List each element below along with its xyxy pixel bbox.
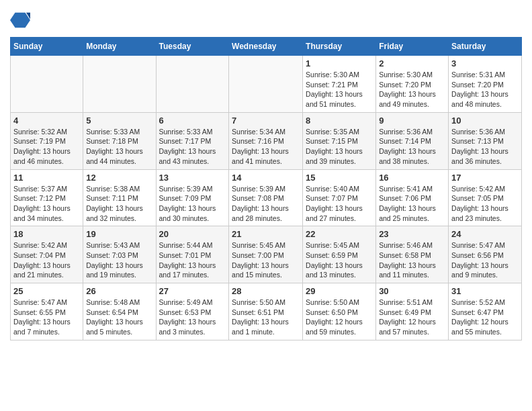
calendar-cell: 15Sunrise: 5:40 AM Sunset: 7:07 PM Dayli…: [303, 169, 376, 226]
day-number: 23: [379, 229, 445, 239]
calendar-cell: 29Sunrise: 5:50 AM Sunset: 6:50 PM Dayli…: [303, 283, 376, 340]
calendar-cell: 13Sunrise: 5:39 AM Sunset: 7:09 PM Dayli…: [156, 169, 229, 226]
calendar-cell: 25Sunrise: 5:47 AM Sunset: 6:55 PM Dayli…: [11, 283, 83, 340]
day-number: 12: [86, 173, 152, 183]
day-number: 22: [306, 229, 373, 239]
day-number: 24: [451, 229, 519, 239]
calendar-table: SundayMondayTuesdayWednesdayThursdayFrid…: [10, 37, 522, 340]
calendar-cell: 17Sunrise: 5:42 AM Sunset: 7:05 PM Dayli…: [449, 169, 522, 226]
calendar-cell: 16Sunrise: 5:41 AM Sunset: 7:06 PM Dayli…: [376, 169, 449, 226]
calendar-cell: 21Sunrise: 5:45 AM Sunset: 7:00 PM Dayli…: [229, 226, 303, 283]
header-tuesday: Tuesday: [156, 38, 229, 56]
calendar-cell: [156, 56, 229, 113]
day-info: Sunrise: 5:38 AM Sunset: 7:11 PM Dayligh…: [86, 184, 152, 224]
calendar-cell: 4Sunrise: 5:32 AM Sunset: 7:19 PM Daylig…: [11, 112, 83, 169]
calendar-cell: [11, 56, 83, 113]
calendar-cell: 19Sunrise: 5:43 AM Sunset: 7:03 PM Dayli…: [83, 226, 156, 283]
calendar-cell: 27Sunrise: 5:49 AM Sunset: 6:53 PM Dayli…: [156, 283, 229, 340]
calendar-cell: 23Sunrise: 5:46 AM Sunset: 6:58 PM Dayli…: [376, 226, 449, 283]
day-info: Sunrise: 5:50 AM Sunset: 6:51 PM Dayligh…: [232, 298, 300, 337]
day-info: Sunrise: 5:37 AM Sunset: 7:12 PM Dayligh…: [13, 184, 80, 224]
day-number: 19: [86, 229, 152, 239]
day-info: Sunrise: 5:43 AM Sunset: 7:03 PM Dayligh…: [86, 240, 152, 280]
header-monday: Monday: [83, 38, 156, 56]
day-info: Sunrise: 5:32 AM Sunset: 7:19 PM Dayligh…: [13, 127, 80, 167]
day-number: 14: [232, 173, 300, 183]
calendar-cell: 28Sunrise: 5:50 AM Sunset: 6:51 PM Dayli…: [229, 283, 303, 340]
calendar-cell: 24Sunrise: 5:47 AM Sunset: 6:56 PM Dayli…: [449, 226, 522, 283]
calendar-cell: 2Sunrise: 5:30 AM Sunset: 7:20 PM Daylig…: [376, 56, 449, 113]
day-info: Sunrise: 5:42 AM Sunset: 7:05 PM Dayligh…: [451, 184, 519, 224]
day-number: 15: [306, 173, 373, 183]
calendar-week-3: 11Sunrise: 5:37 AM Sunset: 7:12 PM Dayli…: [11, 169, 522, 226]
calendar-cell: 7Sunrise: 5:34 AM Sunset: 7:16 PM Daylig…: [229, 112, 303, 169]
day-number: 25: [13, 286, 80, 296]
day-info: Sunrise: 5:46 AM Sunset: 6:58 PM Dayligh…: [379, 240, 445, 280]
calendar-cell: 10Sunrise: 5:36 AM Sunset: 7:13 PM Dayli…: [449, 112, 522, 169]
day-number: 13: [159, 173, 226, 183]
day-info: Sunrise: 5:52 AM Sunset: 6:47 PM Dayligh…: [451, 298, 519, 337]
logo: [10, 10, 34, 30]
header-sunday: Sunday: [11, 38, 83, 56]
day-number: 27: [159, 286, 226, 296]
day-info: Sunrise: 5:47 AM Sunset: 6:56 PM Dayligh…: [451, 240, 519, 280]
calendar-header-row: SundayMondayTuesdayWednesdayThursdayFrid…: [11, 38, 522, 56]
day-number: 1: [306, 58, 373, 68]
day-number: 4: [13, 116, 80, 126]
day-number: 9: [379, 116, 445, 126]
day-info: Sunrise: 5:39 AM Sunset: 7:09 PM Dayligh…: [159, 184, 226, 224]
day-info: Sunrise: 5:33 AM Sunset: 7:17 PM Dayligh…: [159, 127, 226, 167]
day-number: 31: [451, 286, 519, 296]
day-number: 30: [379, 286, 445, 296]
svg-marker-0: [10, 13, 30, 28]
day-info: Sunrise: 5:41 AM Sunset: 7:06 PM Dayligh…: [379, 184, 445, 224]
day-info: Sunrise: 5:36 AM Sunset: 7:13 PM Dayligh…: [451, 127, 519, 167]
logo-icon: [10, 10, 30, 30]
day-info: Sunrise: 5:44 AM Sunset: 7:01 PM Dayligh…: [159, 240, 226, 280]
calendar-cell: 26Sunrise: 5:48 AM Sunset: 6:54 PM Dayli…: [83, 283, 156, 340]
day-number: 29: [306, 286, 373, 296]
calendar-week-4: 18Sunrise: 5:42 AM Sunset: 7:04 PM Dayli…: [11, 226, 522, 283]
calendar-cell: 20Sunrise: 5:44 AM Sunset: 7:01 PM Dayli…: [156, 226, 229, 283]
day-number: 28: [232, 286, 300, 296]
day-info: Sunrise: 5:34 AM Sunset: 7:16 PM Dayligh…: [232, 127, 300, 167]
calendar-cell: 9Sunrise: 5:36 AM Sunset: 7:14 PM Daylig…: [376, 112, 449, 169]
calendar-cell: 5Sunrise: 5:33 AM Sunset: 7:18 PM Daylig…: [83, 112, 156, 169]
day-info: Sunrise: 5:49 AM Sunset: 6:53 PM Dayligh…: [159, 298, 226, 337]
day-number: 10: [451, 116, 519, 126]
calendar-cell: [229, 56, 303, 113]
calendar-week-5: 25Sunrise: 5:47 AM Sunset: 6:55 PM Dayli…: [11, 283, 522, 340]
header-wednesday: Wednesday: [229, 38, 303, 56]
day-info: Sunrise: 5:48 AM Sunset: 6:54 PM Dayligh…: [86, 298, 152, 337]
calendar-cell: 22Sunrise: 5:45 AM Sunset: 6:59 PM Dayli…: [303, 226, 376, 283]
calendar-cell: 18Sunrise: 5:42 AM Sunset: 7:04 PM Dayli…: [11, 226, 83, 283]
day-info: Sunrise: 5:47 AM Sunset: 6:55 PM Dayligh…: [13, 298, 80, 337]
header-saturday: Saturday: [449, 38, 522, 56]
day-number: 5: [86, 116, 152, 126]
calendar-week-1: 1Sunrise: 5:30 AM Sunset: 7:21 PM Daylig…: [11, 56, 522, 113]
day-info: Sunrise: 5:33 AM Sunset: 7:18 PM Dayligh…: [86, 127, 152, 167]
day-info: Sunrise: 5:30 AM Sunset: 7:21 PM Dayligh…: [306, 70, 373, 109]
calendar-cell: 6Sunrise: 5:33 AM Sunset: 7:17 PM Daylig…: [156, 112, 229, 169]
day-info: Sunrise: 5:42 AM Sunset: 7:04 PM Dayligh…: [13, 240, 80, 280]
header-friday: Friday: [376, 38, 449, 56]
day-number: 17: [451, 173, 519, 183]
calendar-cell: 14Sunrise: 5:39 AM Sunset: 7:08 PM Dayli…: [229, 169, 303, 226]
day-info: Sunrise: 5:31 AM Sunset: 7:20 PM Dayligh…: [451, 70, 519, 109]
calendar-cell: 30Sunrise: 5:51 AM Sunset: 6:49 PM Dayli…: [376, 283, 449, 340]
calendar-cell: 11Sunrise: 5:37 AM Sunset: 7:12 PM Dayli…: [11, 169, 83, 226]
day-number: 16: [379, 173, 445, 183]
day-info: Sunrise: 5:50 AM Sunset: 6:50 PM Dayligh…: [306, 298, 373, 337]
calendar-cell: 3Sunrise: 5:31 AM Sunset: 7:20 PM Daylig…: [449, 56, 522, 113]
day-info: Sunrise: 5:51 AM Sunset: 6:49 PM Dayligh…: [379, 298, 445, 337]
day-info: Sunrise: 5:40 AM Sunset: 7:07 PM Dayligh…: [306, 184, 373, 224]
day-number: 20: [159, 229, 226, 239]
day-number: 6: [159, 116, 226, 126]
day-number: 2: [379, 58, 445, 68]
day-info: Sunrise: 5:45 AM Sunset: 6:59 PM Dayligh…: [306, 240, 373, 280]
header-thursday: Thursday: [303, 38, 376, 56]
day-number: 26: [86, 286, 152, 296]
day-number: 7: [232, 116, 300, 126]
day-number: 11: [13, 173, 80, 183]
calendar-cell: 8Sunrise: 5:35 AM Sunset: 7:15 PM Daylig…: [303, 112, 376, 169]
